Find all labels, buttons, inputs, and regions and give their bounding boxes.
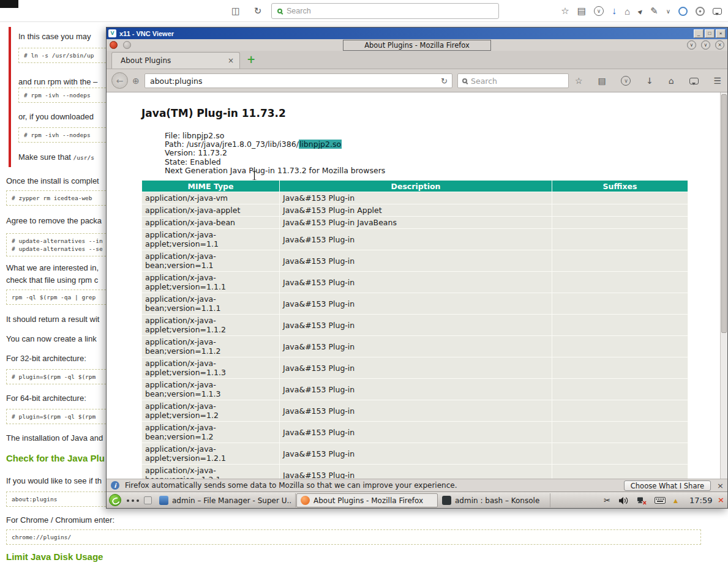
table-row: application/x-java-bean;version=1.1.2Jav… — [142, 336, 688, 357]
chat-icon[interactable] — [689, 78, 699, 84]
paragraph-text: Make sure that — [18, 152, 73, 162]
bookmark-star-icon[interactable]: ☆ — [561, 6, 569, 17]
reload-icon[interactable]: ↻ — [250, 0, 266, 22]
send-tab-icon[interactable]: ▸ — [635, 6, 645, 16]
paragraph: check that file using rpm c — [6, 275, 98, 285]
taskbar-item-label: admin – File Manager - Super U... — [172, 496, 291, 505]
keyboard-icon[interactable] — [655, 497, 666, 504]
cell-suffix — [552, 229, 688, 250]
bookmark-star-icon[interactable]: ☆ — [575, 76, 583, 86]
show-desktop-icon[interactable] — [144, 496, 152, 504]
code-block: chrome://plugins/ — [6, 529, 701, 545]
back-button[interactable]: ← — [111, 72, 128, 89]
paragraph: It should return a result wit — [6, 315, 99, 324]
screen: ◫ ↻ ☆ ▤ ∨ ↓ ⌂ ▸ ✎ ∨ In this case you may… — [0, 0, 728, 568]
cell-desc: Java&#153 Plug-in — [280, 336, 552, 357]
application-launcher-icon[interactable] — [109, 494, 121, 506]
window-shade-button[interactable]: ∨ — [687, 40, 696, 50]
blockquote-border — [9, 27, 11, 167]
search-icon — [462, 78, 467, 83]
network-icon[interactable] — [637, 496, 647, 505]
cell-mime: application/x-java-bean;version=1.1.2 — [142, 336, 280, 357]
download-icon[interactable]: ↓ — [646, 76, 653, 86]
notification-close-icon[interactable]: × — [717, 481, 724, 490]
close-button[interactable]: × — [716, 29, 726, 38]
addon-icon-2[interactable] — [696, 7, 705, 16]
plugin-path-line: Path: /usr/java/jre1.8.0_73/lib/i386/lib… — [165, 140, 385, 149]
taskbar-item-konsole[interactable]: admin : bash – Konsole — [438, 493, 550, 507]
table-row: application/x-java-bean;version=1.1.3Jav… — [142, 379, 688, 400]
maximize-button[interactable]: □ — [705, 29, 715, 38]
cell-suffix — [552, 293, 688, 315]
corner-menu-artifact — [0, 0, 18, 8]
selected-text: libnpjp2.so — [299, 140, 342, 149]
host-browser-toolbar: ◫ ↻ ☆ ▤ ∨ ↓ ⌂ ▸ ✎ ∨ — [0, 0, 728, 22]
table-row: application/x-java-appletJava&#153 Plug-… — [142, 204, 688, 217]
cell-suffix — [552, 315, 688, 336]
volume-icon[interactable] — [618, 496, 629, 505]
firefox-titlebar[interactable]: About Plugins - Mozilla Firefox ∨ ∨ × — [107, 39, 727, 51]
tray-expand-icon[interactable]: ▲ — [674, 498, 678, 504]
pocket-icon[interactable]: ∨ — [594, 6, 604, 16]
new-tab-button[interactable]: + — [247, 53, 255, 65]
home-icon[interactable]: ⌂ — [625, 6, 630, 17]
text-cursor — [252, 171, 257, 181]
edit-icon[interactable]: ✎ — [650, 6, 658, 17]
addon-icon-1[interactable] — [678, 7, 688, 16]
vertical-scrollbar[interactable] — [720, 92, 727, 479]
klipper-icon[interactable]: ✂ — [604, 496, 610, 505]
panel-close-icon[interactable]: × — [718, 495, 724, 504]
menu-icon[interactable]: ☰ — [713, 76, 721, 86]
reload-icon[interactable]: ↻ — [437, 77, 452, 86]
taskbar: admin – File Manager - Super U... About … — [107, 491, 727, 508]
host-search-bar[interactable] — [271, 3, 499, 19]
search-icon — [277, 9, 282, 13]
download-icon[interactable]: ↓ — [612, 6, 617, 17]
cell-desc: Java&#153 Plug-in Applet — [280, 204, 552, 217]
scrollbar-thumb[interactable] — [721, 94, 727, 333]
navigation-bar: ← ⊕ ↻ ☆ ▤ ∨ ↓ ⌂ ☰ — [107, 69, 727, 92]
home-icon[interactable]: ⌂ — [669, 76, 674, 86]
notification-bar: i Firefox automatically sends some data … — [107, 479, 727, 491]
taskbar-item-firefox[interactable]: About Plugins - Mozilla Firefox — [296, 493, 438, 507]
plugin-details: File: libnpjp2.so Path: /usr/java/jre1.8… — [165, 132, 385, 175]
cell-suffix — [552, 192, 688, 204]
vnc-options-icon[interactable] — [123, 41, 131, 49]
host-search-input[interactable] — [287, 7, 493, 15]
tab-close-icon[interactable]: × — [228, 56, 234, 65]
info-icon: i — [111, 481, 119, 490]
overflow-caret-icon[interactable]: ∨ — [666, 8, 670, 15]
search-bar[interactable] — [457, 73, 569, 88]
url-bar[interactable]: ↻ — [144, 73, 452, 88]
cell-mime: application/x-java-applet;version=1.1.2 — [142, 315, 280, 336]
cell-desc: Java&#153 Plug-in JavaBeans — [280, 217, 552, 229]
cell-desc: Java&#153 Plug-in — [280, 443, 552, 465]
bookmarks-menu-icon[interactable]: ▤ — [598, 76, 606, 86]
cell-suffix — [552, 204, 688, 217]
search-input[interactable] — [471, 77, 564, 86]
minimize-button[interactable]: _ — [694, 29, 704, 38]
panel-dots-icon[interactable] — [127, 499, 139, 502]
choose-what-i-share-button[interactable]: Choose What I Share — [624, 480, 711, 491]
table-row: application/x-java-applet;version=1.1.2J… — [142, 315, 688, 336]
window-maximize-button[interactable]: ∨ — [701, 40, 710, 50]
system-tray: ✂ — [604, 492, 678, 509]
tab-about-plugins[interactable]: About Plugins × — [111, 52, 240, 69]
clock[interactable]: 17:59 — [689, 492, 712, 509]
paragraph: For Chrome / Chromium enter: — [6, 515, 114, 525]
url-input[interactable] — [150, 77, 437, 86]
chat-icon[interactable] — [713, 8, 722, 15]
plugin-description-line: Next Generation Java Plug-in 11.73.2 for… — [165, 166, 385, 175]
pocket-icon[interactable]: ∨ — [621, 76, 631, 86]
taskbar-item-file-manager[interactable]: admin – File Manager - Super U... — [156, 493, 296, 507]
vnc-titlebar[interactable]: V x11 - VNC Viewer _ □ × — [107, 28, 727, 39]
paragraph: or, if you downloaded — [18, 112, 94, 121]
vnc-status-icon[interactable] — [110, 41, 118, 49]
window-close-button[interactable]: × — [715, 40, 724, 50]
bookmarks-menu-icon[interactable]: ▤ — [577, 6, 586, 17]
cell-mime: application/x-java-applet;version=1.2.1 — [142, 443, 280, 465]
sidebar-toggle-icon[interactable]: ◫ — [228, 0, 244, 22]
table-row: application/x-java-vmJava&#153 Plug-in — [142, 192, 688, 204]
cell-suffix — [552, 336, 688, 357]
cell-desc: Java&#153 Plug-in — [280, 192, 552, 204]
